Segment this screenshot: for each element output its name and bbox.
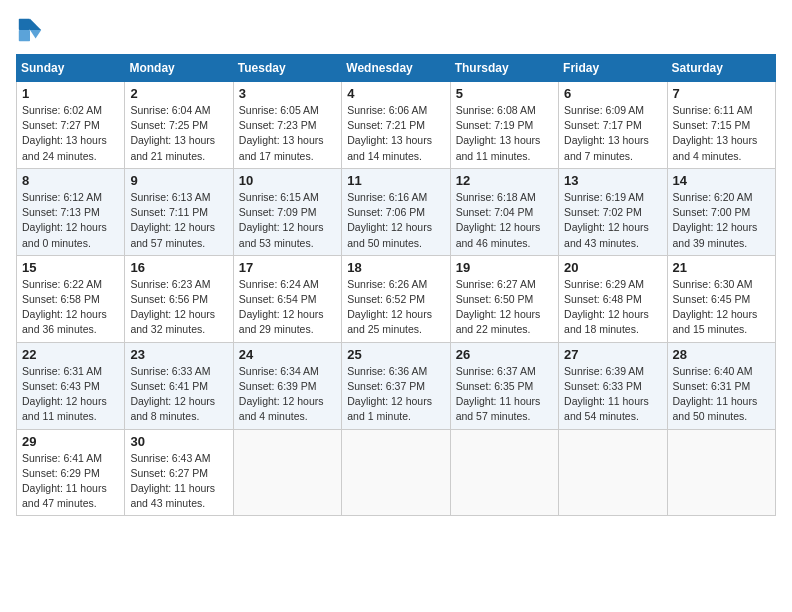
day-info: Sunrise: 6:15 AMSunset: 7:09 PMDaylight:… — [239, 190, 336, 251]
day-number: 23 — [130, 347, 227, 362]
day-number: 26 — [456, 347, 553, 362]
calendar-week-row: 15Sunrise: 6:22 AMSunset: 6:58 PMDayligh… — [17, 255, 776, 342]
calendar-cell: 23Sunrise: 6:33 AMSunset: 6:41 PMDayligh… — [125, 342, 233, 429]
column-header-tuesday: Tuesday — [233, 55, 341, 82]
day-info: Sunrise: 6:02 AMSunset: 7:27 PMDaylight:… — [22, 103, 119, 164]
day-info: Sunrise: 6:36 AMSunset: 6:37 PMDaylight:… — [347, 364, 444, 425]
day-number: 1 — [22, 86, 119, 101]
day-info: Sunrise: 6:20 AMSunset: 7:00 PMDaylight:… — [673, 190, 770, 251]
calendar-cell: 25Sunrise: 6:36 AMSunset: 6:37 PMDayligh… — [342, 342, 450, 429]
calendar-cell: 19Sunrise: 6:27 AMSunset: 6:50 PMDayligh… — [450, 255, 558, 342]
day-number: 3 — [239, 86, 336, 101]
day-info: Sunrise: 6:11 AMSunset: 7:15 PMDaylight:… — [673, 103, 770, 164]
calendar-cell: 24Sunrise: 6:34 AMSunset: 6:39 PMDayligh… — [233, 342, 341, 429]
column-header-monday: Monday — [125, 55, 233, 82]
day-info: Sunrise: 6:39 AMSunset: 6:33 PMDaylight:… — [564, 364, 661, 425]
calendar-cell — [233, 429, 341, 516]
calendar-cell: 16Sunrise: 6:23 AMSunset: 6:56 PMDayligh… — [125, 255, 233, 342]
calendar-week-row: 1Sunrise: 6:02 AMSunset: 7:27 PMDaylight… — [17, 82, 776, 169]
day-number: 21 — [673, 260, 770, 275]
column-header-friday: Friday — [559, 55, 667, 82]
calendar-cell: 26Sunrise: 6:37 AMSunset: 6:35 PMDayligh… — [450, 342, 558, 429]
day-info: Sunrise: 6:31 AMSunset: 6:43 PMDaylight:… — [22, 364, 119, 425]
day-info: Sunrise: 6:34 AMSunset: 6:39 PMDaylight:… — [239, 364, 336, 425]
day-number: 18 — [347, 260, 444, 275]
day-info: Sunrise: 6:12 AMSunset: 7:13 PMDaylight:… — [22, 190, 119, 251]
day-number: 10 — [239, 173, 336, 188]
day-info: Sunrise: 6:06 AMSunset: 7:21 PMDaylight:… — [347, 103, 444, 164]
calendar-cell: 13Sunrise: 6:19 AMSunset: 7:02 PMDayligh… — [559, 168, 667, 255]
day-number: 24 — [239, 347, 336, 362]
day-info: Sunrise: 6:05 AMSunset: 7:23 PMDaylight:… — [239, 103, 336, 164]
calendar-cell: 27Sunrise: 6:39 AMSunset: 6:33 PMDayligh… — [559, 342, 667, 429]
day-info: Sunrise: 6:27 AMSunset: 6:50 PMDaylight:… — [456, 277, 553, 338]
day-info: Sunrise: 6:19 AMSunset: 7:02 PMDaylight:… — [564, 190, 661, 251]
day-info: Sunrise: 6:22 AMSunset: 6:58 PMDaylight:… — [22, 277, 119, 338]
svg-rect-2 — [19, 19, 30, 30]
day-info: Sunrise: 6:24 AMSunset: 6:54 PMDaylight:… — [239, 277, 336, 338]
day-number: 30 — [130, 434, 227, 449]
calendar-cell: 5Sunrise: 6:08 AMSunset: 7:19 PMDaylight… — [450, 82, 558, 169]
calendar-cell: 22Sunrise: 6:31 AMSunset: 6:43 PMDayligh… — [17, 342, 125, 429]
day-number: 9 — [130, 173, 227, 188]
day-number: 29 — [22, 434, 119, 449]
day-info: Sunrise: 6:23 AMSunset: 6:56 PMDaylight:… — [130, 277, 227, 338]
day-number: 15 — [22, 260, 119, 275]
day-info: Sunrise: 6:18 AMSunset: 7:04 PMDaylight:… — [456, 190, 553, 251]
svg-marker-0 — [30, 19, 41, 30]
day-number: 4 — [347, 86, 444, 101]
column-header-sunday: Sunday — [17, 55, 125, 82]
calendar-cell — [559, 429, 667, 516]
page-header — [16, 16, 776, 44]
day-info: Sunrise: 6:43 AMSunset: 6:27 PMDaylight:… — [130, 451, 227, 512]
logo-icon — [16, 16, 44, 44]
day-number: 12 — [456, 173, 553, 188]
day-info: Sunrise: 6:09 AMSunset: 7:17 PMDaylight:… — [564, 103, 661, 164]
svg-marker-1 — [30, 30, 41, 38]
day-number: 22 — [22, 347, 119, 362]
calendar-week-row: 8Sunrise: 6:12 AMSunset: 7:13 PMDaylight… — [17, 168, 776, 255]
day-info: Sunrise: 6:26 AMSunset: 6:52 PMDaylight:… — [347, 277, 444, 338]
day-number: 27 — [564, 347, 661, 362]
day-number: 8 — [22, 173, 119, 188]
day-number: 2 — [130, 86, 227, 101]
column-header-wednesday: Wednesday — [342, 55, 450, 82]
day-number: 17 — [239, 260, 336, 275]
calendar-cell: 1Sunrise: 6:02 AMSunset: 7:27 PMDaylight… — [17, 82, 125, 169]
logo — [16, 16, 48, 44]
calendar-cell: 12Sunrise: 6:18 AMSunset: 7:04 PMDayligh… — [450, 168, 558, 255]
calendar-cell: 15Sunrise: 6:22 AMSunset: 6:58 PMDayligh… — [17, 255, 125, 342]
day-number: 11 — [347, 173, 444, 188]
day-info: Sunrise: 6:33 AMSunset: 6:41 PMDaylight:… — [130, 364, 227, 425]
day-info: Sunrise: 6:13 AMSunset: 7:11 PMDaylight:… — [130, 190, 227, 251]
column-header-thursday: Thursday — [450, 55, 558, 82]
column-header-saturday: Saturday — [667, 55, 775, 82]
calendar-cell: 7Sunrise: 6:11 AMSunset: 7:15 PMDaylight… — [667, 82, 775, 169]
day-number: 5 — [456, 86, 553, 101]
calendar-cell — [667, 429, 775, 516]
day-info: Sunrise: 6:08 AMSunset: 7:19 PMDaylight:… — [456, 103, 553, 164]
calendar-cell — [342, 429, 450, 516]
calendar-cell: 28Sunrise: 6:40 AMSunset: 6:31 PMDayligh… — [667, 342, 775, 429]
day-number: 20 — [564, 260, 661, 275]
calendar-cell: 14Sunrise: 6:20 AMSunset: 7:00 PMDayligh… — [667, 168, 775, 255]
calendar-cell: 20Sunrise: 6:29 AMSunset: 6:48 PMDayligh… — [559, 255, 667, 342]
calendar-cell: 8Sunrise: 6:12 AMSunset: 7:13 PMDaylight… — [17, 168, 125, 255]
day-info: Sunrise: 6:30 AMSunset: 6:45 PMDaylight:… — [673, 277, 770, 338]
day-number: 19 — [456, 260, 553, 275]
calendar-cell: 18Sunrise: 6:26 AMSunset: 6:52 PMDayligh… — [342, 255, 450, 342]
calendar-cell: 21Sunrise: 6:30 AMSunset: 6:45 PMDayligh… — [667, 255, 775, 342]
day-number: 25 — [347, 347, 444, 362]
day-info: Sunrise: 6:37 AMSunset: 6:35 PMDaylight:… — [456, 364, 553, 425]
day-info: Sunrise: 6:16 AMSunset: 7:06 PMDaylight:… — [347, 190, 444, 251]
day-number: 13 — [564, 173, 661, 188]
day-number: 14 — [673, 173, 770, 188]
calendar-header-row: SundayMondayTuesdayWednesdayThursdayFrid… — [17, 55, 776, 82]
calendar-table: SundayMondayTuesdayWednesdayThursdayFrid… — [16, 54, 776, 516]
day-number: 28 — [673, 347, 770, 362]
day-info: Sunrise: 6:41 AMSunset: 6:29 PMDaylight:… — [22, 451, 119, 512]
day-number: 16 — [130, 260, 227, 275]
day-info: Sunrise: 6:04 AMSunset: 7:25 PMDaylight:… — [130, 103, 227, 164]
calendar-cell: 29Sunrise: 6:41 AMSunset: 6:29 PMDayligh… — [17, 429, 125, 516]
calendar-cell: 2Sunrise: 6:04 AMSunset: 7:25 PMDaylight… — [125, 82, 233, 169]
